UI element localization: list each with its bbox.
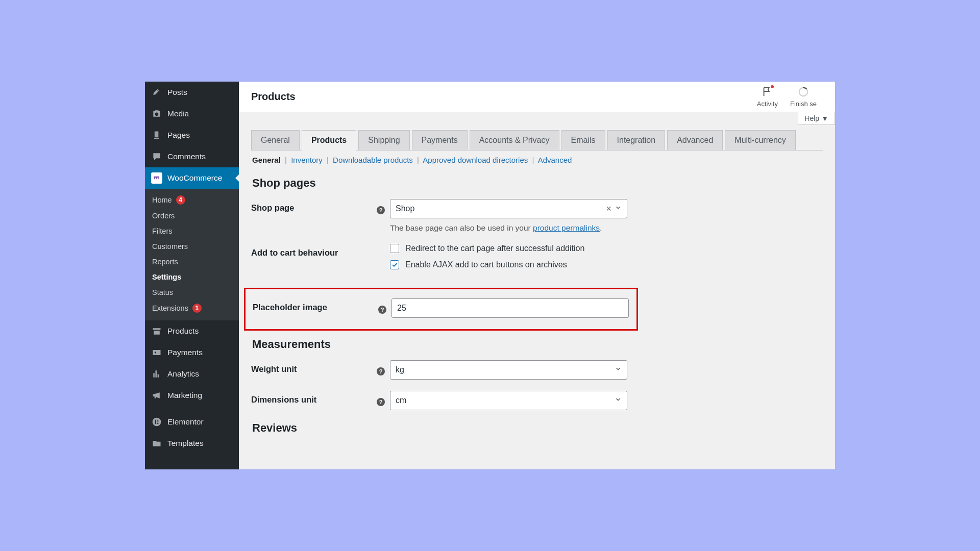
help-icon[interactable]: ?: [377, 367, 385, 375]
sidebar-sub-status[interactable]: Status: [145, 285, 239, 300]
section-heading-shop-pages: Shop pages: [252, 177, 822, 190]
checkbox-redirect[interactable]: [390, 244, 399, 253]
placeholder-image-input[interactable]: [391, 298, 629, 318]
money-icon: [151, 347, 162, 358]
sidebar-item-posts[interactable]: Posts: [145, 82, 239, 103]
clear-icon[interactable]: ×: [606, 204, 611, 214]
archive-icon: [151, 325, 162, 337]
sidebar-sub-home[interactable]: Home4: [145, 192, 239, 208]
progress-icon: [798, 86, 809, 99]
field-label: Add to cart behaviour: [251, 244, 377, 258]
highlighted-region: Placeholder image ?: [244, 288, 638, 331]
comment-icon: [151, 151, 162, 162]
pages-icon: [151, 130, 162, 141]
field-label: Weight unit: [251, 360, 377, 374]
help-icon[interactable]: ?: [377, 398, 385, 406]
field-add-to-cart: Add to cart behaviour Redirect to the ca…: [251, 244, 823, 277]
activity-button[interactable]: Activity: [751, 86, 784, 108]
sidebar-item-label: Products: [167, 327, 199, 336]
pin-icon: [151, 87, 162, 98]
main-area: Products Activity Finish se Help ▼ Gener…: [239, 82, 835, 469]
sidebar-item-label: Pages: [167, 131, 190, 140]
sidebar-item-label: Comments: [167, 152, 206, 161]
field-shop-page: Shop page ? Shop × The base page can als…: [251, 199, 823, 233]
sidebar-item-products[interactable]: Products: [145, 320, 239, 342]
field-placeholder-image: Placeholder image ?: [253, 298, 629, 318]
sidebar-item-analytics[interactable]: Analytics: [145, 363, 239, 385]
checkbox-label: Enable AJAX add to cart buttons on archi…: [405, 260, 567, 269]
sidebar-item-label: Media: [167, 109, 189, 118]
checkbox-label: Redirect to the cart page after successf…: [405, 244, 584, 253]
field-label: Shop page: [251, 199, 377, 213]
sidebar-item-elementor[interactable]: Elementor: [145, 411, 239, 433]
field-weight-unit: Weight unit ? kg: [251, 360, 823, 380]
dimensions-unit-select[interactable]: cm: [390, 391, 627, 410]
woocommerce-icon: [151, 172, 162, 184]
tab-multi-currency[interactable]: Multi-currency: [725, 130, 795, 150]
section-heading-measurements: Measurements: [252, 338, 822, 351]
tab-products[interactable]: Products: [302, 130, 356, 151]
subtab-inventory[interactable]: Inventory: [291, 156, 323, 164]
admin-sidebar: Posts Media Pages Comments WooCommerce H…: [145, 82, 239, 469]
section-links: General | Inventory | Downloadable produ…: [251, 151, 823, 169]
settings-tabs: General Products Shipping Payments Accou…: [251, 130, 823, 151]
subtab-general[interactable]: General: [252, 156, 281, 164]
tab-advanced[interactable]: Advanced: [667, 130, 723, 150]
checkbox-ajax[interactable]: [390, 260, 399, 269]
sidebar-sub-settings[interactable]: Settings: [145, 269, 239, 285]
elementor-icon: [151, 416, 162, 428]
folder-icon: [151, 438, 162, 449]
tab-integration[interactable]: Integration: [607, 130, 666, 150]
sidebar-sub-reports[interactable]: Reports: [145, 254, 239, 269]
sidebar-item-media[interactable]: Media: [145, 103, 239, 124]
sidebar-item-templates[interactable]: Templates: [145, 433, 239, 454]
sidebar-sub-extensions[interactable]: Extensions1: [145, 300, 239, 316]
sidebar-item-comments[interactable]: Comments: [145, 146, 239, 167]
select-value: cm: [396, 396, 615, 405]
sidebar-item-label: WooCommerce: [167, 173, 222, 183]
tab-accounts-privacy[interactable]: Accounts & Privacy: [470, 130, 559, 150]
shop-page-select[interactable]: Shop ×: [390, 199, 627, 218]
select-value: Shop: [396, 204, 606, 213]
camera-icon: [151, 108, 162, 119]
select-value: kg: [396, 365, 615, 374]
megaphone-icon: [151, 390, 162, 401]
weight-unit-select[interactable]: kg: [390, 360, 627, 380]
section-heading-reviews: Reviews: [252, 421, 822, 435]
help-tab[interactable]: Help ▼: [798, 112, 835, 125]
top-bar: Products Activity Finish se: [239, 82, 835, 112]
field-dimensions-unit: Dimensions unit ? cm: [251, 391, 823, 410]
chevron-down-icon: [615, 396, 622, 405]
sidebar-item-label: Analytics: [167, 369, 199, 379]
sidebar-item-pages[interactable]: Pages: [145, 124, 239, 146]
chevron-down-icon: [615, 365, 622, 374]
sidebar-item-marketing[interactable]: Marketing: [145, 385, 239, 406]
tab-emails[interactable]: Emails: [561, 130, 605, 150]
page-title: Products: [251, 91, 296, 103]
help-icon[interactable]: ?: [378, 306, 386, 314]
sidebar-sub-customers[interactable]: Customers: [145, 239, 239, 254]
tab-shipping[interactable]: Shipping: [358, 130, 409, 150]
sidebar-sub-filters[interactable]: Filters: [145, 223, 239, 239]
finish-setup-button[interactable]: Finish se: [784, 86, 823, 108]
field-hint: The base page can also be used in your p…: [390, 223, 696, 233]
app-window: Posts Media Pages Comments WooCommerce H…: [145, 82, 835, 469]
product-permalinks-link[interactable]: product permalinks: [533, 223, 600, 232]
tab-payments[interactable]: Payments: [412, 130, 468, 150]
badge: 4: [176, 195, 185, 205]
subtab-approved-downloads[interactable]: Approved download directories: [423, 156, 528, 164]
sidebar-item-label: Elementor: [167, 417, 204, 427]
help-icon[interactable]: ?: [377, 206, 385, 214]
badge: 1: [192, 304, 202, 313]
chevron-down-icon: ▼: [821, 114, 828, 122]
subtab-advanced[interactable]: Advanced: [538, 156, 572, 164]
sidebar-item-woocommerce[interactable]: WooCommerce: [145, 167, 239, 189]
subtab-downloadable[interactable]: Downloadable products: [333, 156, 413, 164]
sidebar-item-label: Templates: [167, 439, 204, 448]
tab-general[interactable]: General: [251, 130, 300, 150]
sidebar-submenu-woocommerce: Home4 Orders Filters Customers Reports S…: [145, 189, 239, 320]
sidebar-sub-orders[interactable]: Orders: [145, 208, 239, 223]
field-label: Placeholder image: [253, 298, 378, 312]
sidebar-item-label: Payments: [167, 348, 203, 357]
sidebar-item-payments[interactable]: Payments: [145, 342, 239, 363]
